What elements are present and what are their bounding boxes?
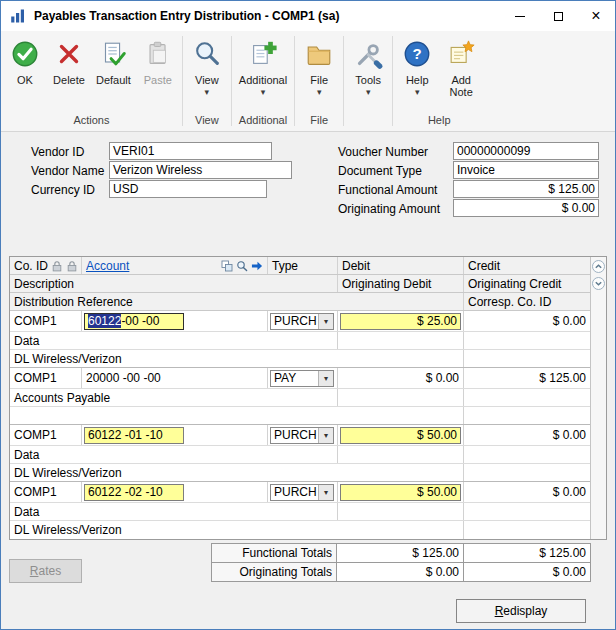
currency-id-field[interactable]: USD <box>109 180 267 198</box>
ribbon-group-view: View ▾ View <box>183 31 231 131</box>
type-combobox[interactable]: PURCH▾ <box>270 427 334 444</box>
ok-button[interactable]: OK <box>3 33 47 86</box>
padlock-icon[interactable] <box>66 260 78 272</box>
originating-credit-cell[interactable] <box>464 503 590 520</box>
originating-total-debit: $ 0.00 <box>337 562 464 582</box>
payables-distribution-window: Payables Transaction Entry Distribution … <box>0 0 616 630</box>
account-field[interactable]: 60122 -00 -00 <box>84 313 184 330</box>
selected-account-segment: 60122 <box>88 314 121 328</box>
corresp-co-id-cell[interactable] <box>464 464 590 481</box>
debit-field[interactable]: $ 25.00 <box>340 313 461 330</box>
distribution-reference-field[interactable]: DL Wireless/Verizon <box>10 464 464 481</box>
app-icon <box>10 8 26 24</box>
credit-field[interactable]: $ 0.00 <box>464 482 590 502</box>
distribution-row-4: COMP1 60122 -02 -10 PURCH▾ $ 50.00 $ 0.0… <box>10 482 590 539</box>
scroll-down-button[interactable] <box>592 277 605 290</box>
functional-amount-field: $ 125.00 <box>453 180 599 198</box>
type-combobox[interactable]: PURCH▾ <box>270 313 334 330</box>
delete-button[interactable]: Delete <box>47 33 91 86</box>
ribbon: OK Delete Default Paste Actions <box>1 31 615 132</box>
default-button[interactable]: Default <box>91 33 136 86</box>
account-header-link[interactable]: Account <box>86 259 129 273</box>
description-field[interactable]: Data <box>10 503 338 520</box>
file-button[interactable]: File ▾ <box>297 33 341 97</box>
expand-icon[interactable] <box>221 260 233 272</box>
lookup-icon[interactable] <box>236 260 248 272</box>
co-id-cell[interactable]: COMP1 <box>10 311 82 331</box>
chevron-down-icon[interactable]: ▾ <box>318 371 333 386</box>
credit-field[interactable]: $ 0.00 <box>464 311 590 331</box>
maximize-button[interactable] <box>539 1 577 31</box>
distribution-row-3: COMP1 60122 -01 -10 PURCH▾ $ 50.00 $ 0.0… <box>10 425 590 482</box>
window-title: Payables Transaction Entry Distribution … <box>34 9 339 23</box>
minimize-icon <box>515 16 525 17</box>
add-note-button[interactable]: Add Note <box>439 33 483 98</box>
originating-debit-cell[interactable] <box>338 503 464 520</box>
svg-text:?: ? <box>413 45 422 62</box>
distribution-reference-field[interactable] <box>10 407 464 424</box>
debit-field[interactable]: $ 50.00 <box>340 427 461 444</box>
document-type-field: Invoice <box>453 161 599 179</box>
co-id-header: Co. ID <box>14 259 48 273</box>
originating-debit-cell[interactable] <box>338 332 464 349</box>
chevron-down-icon[interactable]: ▾ <box>318 314 333 329</box>
ribbon-group-help: ? Help ▾ Add Note Help <box>393 31 485 131</box>
tools-icon <box>351 37 385 71</box>
type-combobox[interactable]: PAY▾ <box>270 370 334 387</box>
voucher-number-label: Voucher Number <box>338 145 428 159</box>
maximize-icon <box>554 12 563 21</box>
corresp-co-id-cell[interactable] <box>464 350 590 367</box>
originating-debit-cell[interactable] <box>338 446 464 463</box>
description-field[interactable]: Data <box>10 332 338 349</box>
corresp-co-id-cell[interactable] <box>464 407 590 424</box>
vendor-id-field[interactable]: VERI01 <box>109 142 272 160</box>
additional-button[interactable]: Additional ▾ <box>234 33 292 97</box>
padlock-icon[interactable] <box>51 260 63 272</box>
view-button[interactable]: View ▾ <box>185 33 229 97</box>
help-button[interactable]: ? Help ▾ <box>395 33 439 97</box>
scroll-up-button[interactable] <box>592 260 605 273</box>
grid-scrollbar[interactable] <box>590 257 606 539</box>
distribution-reference-field[interactable]: DL Wireless/Verizon <box>10 350 464 367</box>
type-combobox[interactable]: PURCH▾ <box>270 484 334 501</box>
distribution-row-1: COMP1 60122 -00 -00 PURCH▾ $ 25.00 $ 0.0… <box>10 311 590 368</box>
distribution-reference-field[interactable]: DL Wireless/Verizon <box>10 521 464 539</box>
titlebar[interactable]: Payables Transaction Entry Distribution … <box>1 1 615 31</box>
functional-total-credit: $ 125.00 <box>464 543 591 563</box>
account-field[interactable]: 60122 -02 -10 <box>84 484 184 501</box>
debit-field[interactable]: $ 50.00 <box>340 484 461 501</box>
distribution-reference-header: Distribution Reference <box>10 293 464 310</box>
header-form: Vendor ID VERI01 Vendor Name Verizon Wir… <box>9 142 609 220</box>
ribbon-group-label-view: View <box>185 111 229 131</box>
co-id-cell[interactable]: COMP1 <box>10 368 82 388</box>
account-field[interactable]: 60122 -01 -10 <box>84 427 184 444</box>
credit-field[interactable]: $ 0.00 <box>464 425 590 445</box>
originating-credit-cell[interactable] <box>464 389 590 406</box>
credit-header: Credit <box>464 257 590 274</box>
minimize-button[interactable] <box>501 1 539 31</box>
redisplay-button[interactable]: Redisplay <box>456 599 586 623</box>
vendor-name-label: Vendor Name <box>31 164 104 178</box>
functional-totals-row: Functional Totals $ 125.00 $ 125.00 <box>9 543 607 563</box>
ribbon-group-actions: OK Delete Default Paste Actions <box>1 31 182 131</box>
tools-button[interactable]: Tools ▾ <box>346 33 390 97</box>
co-id-cell[interactable]: COMP1 <box>10 425 82 445</box>
credit-field[interactable]: $ 125.00 <box>464 368 590 388</box>
close-button[interactable]: × <box>577 1 615 31</box>
co-id-cell[interactable]: COMP1 <box>10 482 82 502</box>
goto-arrow-icon[interactable] <box>251 260 263 272</box>
chevron-down-icon[interactable]: ▾ <box>318 428 333 443</box>
account-field[interactable]: 20000 -00 -00 <box>82 368 268 388</box>
description-field[interactable]: Accounts Payable <box>10 389 338 406</box>
originating-credit-cell[interactable] <box>464 332 590 349</box>
functional-total-debit: $ 125.00 <box>337 543 464 563</box>
voucher-number-field[interactable]: 00000000099 <box>453 142 599 160</box>
description-field[interactable]: Data <box>10 446 338 463</box>
debit-field[interactable]: $ 0.00 <box>338 368 464 388</box>
chevron-down-icon[interactable]: ▾ <box>318 485 333 500</box>
vendor-name-field[interactable]: Verizon Wireless <box>109 161 292 179</box>
originating-credit-cell[interactable] <box>464 446 590 463</box>
currency-id-label: Currency ID <box>31 183 95 197</box>
corresp-co-id-cell[interactable] <box>464 521 590 539</box>
originating-debit-cell[interactable] <box>338 389 464 406</box>
